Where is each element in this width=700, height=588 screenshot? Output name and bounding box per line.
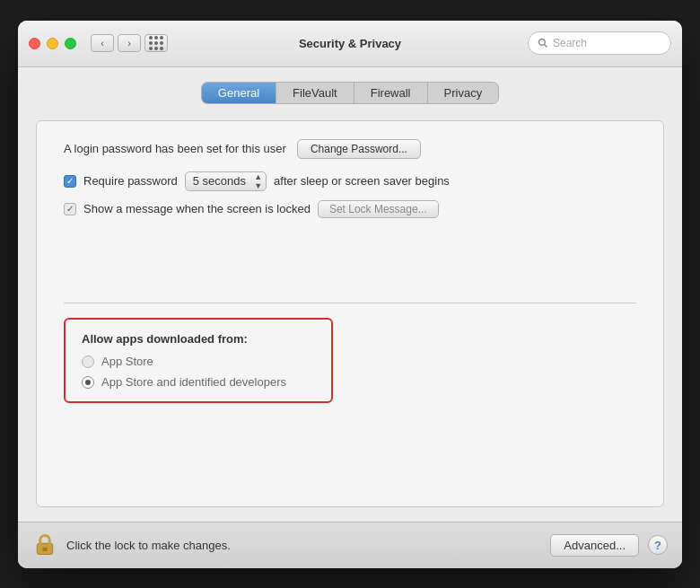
show-message-label: Show a message when the screen is locked	[83, 202, 311, 215]
radio-app-store-label: App Store	[101, 355, 153, 368]
screen-lock-row: ✓ Show a message when the screen is lock…	[64, 200, 636, 218]
search-placeholder: Search	[553, 37, 587, 49]
radio-developers-label: App Store and identified developers	[101, 375, 286, 389]
set-lock-message-button[interactable]: Set Lock Message...	[318, 200, 439, 218]
radio-app-store-row: App Store	[82, 355, 315, 368]
require-password-row: ✓ Require password 5 seconds ▲ ▼ after s…	[64, 171, 636, 191]
traffic-lights	[29, 38, 76, 49]
login-password-row: A login password has been set for this u…	[64, 139, 636, 159]
titlebar: ‹ › Security & Privacy Search	[18, 21, 682, 67]
bottom-bar: Click the lock to make changes. Advanced…	[18, 522, 682, 568]
radio-developers-row: App Store and identified developers	[82, 375, 315, 389]
tab-filevault[interactable]: FileVault	[276, 83, 354, 103]
password-timing-dropdown[interactable]: 5 seconds ▲ ▼	[185, 171, 267, 191]
lock-status-text: Click the lock to make changes.	[66, 539, 231, 552]
after-sleep-label: after sleep or screen saver begins	[274, 174, 450, 188]
search-box[interactable]: Search	[528, 31, 671, 55]
svg-line-1	[545, 45, 547, 48]
checkbox-check-icon: ✓	[66, 177, 74, 186]
forward-button[interactable]: ›	[118, 34, 141, 52]
window-title: Security & Privacy	[299, 37, 401, 50]
grid-button[interactable]	[144, 34, 168, 52]
main-window: ‹ › Security & Privacy Search General Fi…	[18, 21, 682, 568]
back-button[interactable]: ‹	[91, 34, 114, 52]
tab-group: General FileVault Firewall Privacy	[201, 82, 499, 104]
change-password-button[interactable]: Change Password...	[297, 139, 421, 159]
login-password-label: A login password has been set for this u…	[64, 142, 286, 155]
nav-buttons: ‹ ›	[91, 34, 141, 52]
help-button[interactable]: ?	[648, 535, 668, 555]
show-message-checkbox[interactable]: ✓	[64, 203, 76, 215]
checkbox-partial-icon: ✓	[66, 204, 74, 214]
allow-apps-title: Allow apps downloaded from:	[82, 332, 315, 346]
require-password-checkbox[interactable]: ✓	[64, 175, 76, 188]
minimize-button[interactable]	[47, 38, 58, 49]
content-area: General FileVault Firewall Privacy A log…	[18, 67, 682, 522]
advanced-button[interactable]: Advanced...	[550, 534, 639, 557]
radio-app-store-developers[interactable]	[82, 376, 94, 389]
divider	[64, 303, 636, 303]
maximize-button[interactable]	[65, 38, 76, 49]
tab-privacy[interactable]: Privacy	[428, 83, 499, 103]
close-button[interactable]	[29, 38, 40, 49]
tab-general[interactable]: General	[202, 83, 276, 103]
svg-point-0	[539, 39, 546, 46]
password-timing-value: 5 seconds	[193, 174, 246, 188]
lock-icon[interactable]	[32, 532, 57, 557]
dropdown-arrow-icon: ▲ ▼	[254, 172, 262, 189]
radio-app-store[interactable]	[82, 355, 94, 368]
radio-selected-indicator	[85, 380, 91, 385]
tab-firewall[interactable]: Firewall	[354, 83, 428, 103]
allow-apps-section: Allow apps downloaded from: App Store Ap…	[64, 318, 333, 403]
search-icon	[538, 38, 548, 48]
tab-bar: General FileVault Firewall Privacy	[36, 82, 664, 104]
require-password-label: Require password	[83, 174, 178, 188]
svg-rect-3	[42, 548, 47, 551]
settings-panel: A login password has been set for this u…	[36, 120, 664, 507]
grid-icon	[149, 36, 163, 50]
